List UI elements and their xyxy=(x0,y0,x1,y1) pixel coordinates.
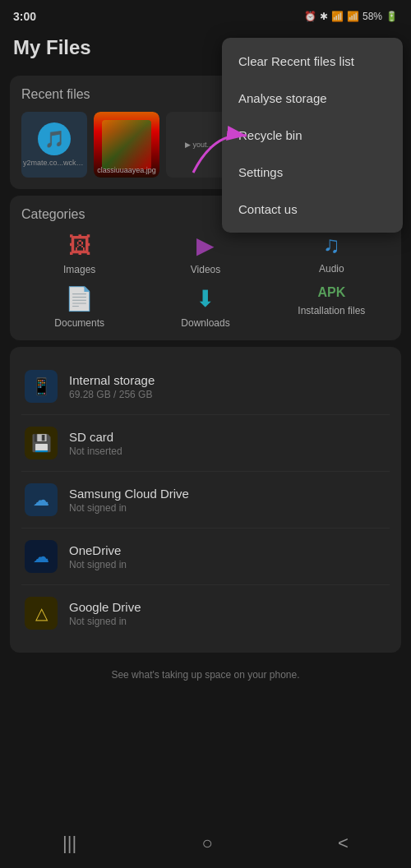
dropdown-item-recycle-bin[interactable]: Recycle bin xyxy=(222,117,403,154)
dropdown-item-settings[interactable]: Settings xyxy=(222,154,403,191)
dropdown-item-contact-us[interactable]: Contact us xyxy=(222,191,403,228)
dropdown-item-clear-recent[interactable]: Clear Recent files list xyxy=(222,43,403,80)
dropdown-menu: Clear Recent files list Analyse storage … xyxy=(222,38,403,233)
dropdown-item-analyse-storage[interactable]: Analyse storage xyxy=(222,80,403,117)
